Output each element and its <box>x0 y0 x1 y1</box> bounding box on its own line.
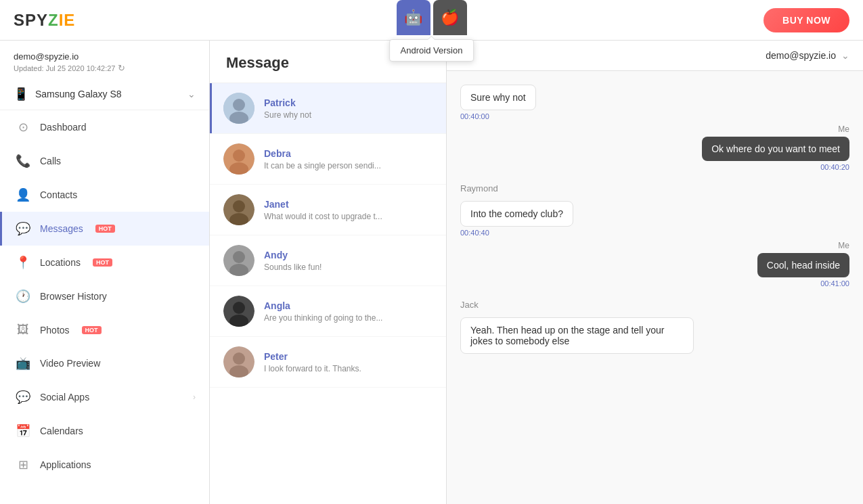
conversation-preview: It can be a single person sendi... <box>264 161 433 170</box>
browser-history-icon: 🕐 <box>16 289 30 304</box>
conversation-name: Peter <box>264 351 433 362</box>
android-icon: 🤖 <box>404 9 422 26</box>
android-tab[interactable]: 🤖 <box>397 0 430 35</box>
sidebar-item-browser-history[interactable]: 🕐 Browser History <box>0 279 209 313</box>
chat-header-email: demo@spyzie.io <box>766 50 836 61</box>
photos-icon: 🖼 <box>16 323 30 337</box>
sidebar-item-video-preview[interactable]: 📺 Video Preview <box>0 346 209 380</box>
device-name: 📱 Samsung Galaxy S8 <box>14 87 122 101</box>
conversation-name: Patrick <box>264 97 433 108</box>
social-apps-icon: 💬 <box>16 390 30 405</box>
locations-icon: 📍 <box>16 255 30 270</box>
sidebar-item-label: Messages <box>40 223 83 234</box>
device-selector[interactable]: 📱 Samsung Galaxy S8 ⌄ <box>0 78 209 110</box>
message-bubble: Cool, head inside <box>757 253 849 277</box>
sidebar-item-social-apps[interactable]: 💬 Social Apps › <box>0 380 209 414</box>
sidebar-item-calendars[interactable]: 📅 Calendars <box>0 414 209 448</box>
svg-point-1 <box>233 99 245 111</box>
conversation-info: Angla Are you thinking of going to the..… <box>264 300 433 323</box>
buy-now-button[interactable]: BUY NOW <box>764 8 849 32</box>
content-area: Message Patrick Sure why not <box>210 41 863 504</box>
avatar <box>223 93 255 124</box>
sidebar-item-label: Browser History <box>40 291 107 302</box>
sidebar-item-label: Contacts <box>40 189 77 200</box>
sidebar-item-label: Calendars <box>40 426 83 436</box>
chat-header-chevron-icon[interactable]: ⌄ <box>841 50 849 61</box>
avatar <box>223 296 255 327</box>
messages-icon: 💬 <box>16 221 30 236</box>
header: SPYZIE 🤖 🍎 Android Version BUY NOW <box>0 0 863 41</box>
logo-spy: SPY <box>14 11 48 29</box>
message-panel: Message Patrick Sure why not <box>210 41 447 504</box>
message-row: Sure why not 00:40:00 <box>460 85 849 120</box>
message-row: Me Cool, head inside 00:41:00 <box>460 241 849 288</box>
svg-point-4 <box>233 150 245 162</box>
apple-icon: 🍎 <box>441 9 459 26</box>
message-row: Me Ok where do you want to meet 00:40:20 <box>460 124 849 171</box>
sidebar-item-locations[interactable]: 📍 Locations HOT <box>0 246 209 279</box>
refresh-icon[interactable]: ↻ <box>118 63 125 73</box>
sidebar-update: Updated: Jul 25 2020 10:42:27 ↻ <box>14 63 196 73</box>
avatar <box>223 245 255 276</box>
hot-badge: HOT <box>93 258 112 267</box>
main-layout: demo@spyzie.io Updated: Jul 25 2020 10:4… <box>0 41 863 504</box>
message-time: 00:41:00 <box>820 279 849 288</box>
message-bubble: Sure why not <box>460 85 536 110</box>
sidebar-item-label: Social Apps <box>40 392 89 403</box>
sidebar-nav: ⊙ Dashboard 📞 Calls 👤 Contacts 💬 Message… <box>0 110 209 482</box>
message-bubble: Ok where do you want to meet <box>702 137 849 161</box>
logo: SPYZIE <box>14 11 75 30</box>
conversation-list: Patrick Sure why not Debra <box>210 83 446 504</box>
list-item[interactable]: Janet What would it cost to upgrade t... <box>210 185 446 235</box>
list-item[interactable]: Patrick Sure why not <box>210 83 446 134</box>
sidebar-item-label: Calls <box>40 156 61 166</box>
chat-panel: demo@spyzie.io ⌄ Sure why not 00:40:00 M… <box>447 41 863 504</box>
conversation-name: Angla <box>264 300 433 311</box>
svg-point-16 <box>233 352 245 365</box>
conversation-info: Andy Sounds like fun! <box>264 250 433 272</box>
device-chevron-icon: ⌄ <box>187 89 196 99</box>
conversation-preview: What would it cost to upgrade t... <box>264 212 433 221</box>
list-item[interactable]: Debra It can be a single person sendi... <box>210 134 446 185</box>
sidebar-user-email: demo@spyzie.io <box>14 51 196 62</box>
sidebar: demo@spyzie.io Updated: Jul 25 2020 10:4… <box>0 41 210 504</box>
android-tooltip: Android Version <box>389 39 474 62</box>
message-row: Yeah. Then head up on the stage and tell… <box>460 317 849 354</box>
message-time: 00:40:40 <box>460 229 489 237</box>
social-apps-chevron-icon: › <box>193 392 196 402</box>
apple-tab[interactable]: 🍎 <box>433 0 467 35</box>
applications-icon: ⊞ <box>16 457 30 472</box>
svg-point-13 <box>233 302 245 314</box>
sidebar-item-photos[interactable]: 🖼 Photos HOT <box>0 313 209 346</box>
message-time: 00:40:00 <box>460 112 489 120</box>
list-item[interactable]: Angla Are you thinking of going to the..… <box>210 286 446 337</box>
svg-point-7 <box>233 200 245 212</box>
list-item[interactable]: Peter I look forward to it. Thanks. <box>210 337 446 388</box>
conversation-preview: Sounds like fun! <box>264 262 433 272</box>
sidebar-item-calls[interactable]: 📞 Calls <box>0 144 209 178</box>
sidebar-item-label: Dashboard <box>40 122 87 133</box>
sidebar-item-messages[interactable]: 💬 Messages HOT <box>0 212 209 246</box>
message-bubble: Yeah. Then head up on the stage and tell… <box>460 317 694 354</box>
sender-label: Raymond <box>460 182 849 194</box>
sidebar-item-label: Locations <box>40 257 81 268</box>
conversation-preview: Sure why not <box>264 110 433 120</box>
conversation-preview: Are you thinking of going to the... <box>264 313 433 323</box>
logo-ie: IE <box>59 11 76 29</box>
calendars-icon: 📅 <box>16 423 30 438</box>
conversation-name: Janet <box>264 199 433 210</box>
conversation-info: Debra It can be a single person sendi... <box>264 148 433 170</box>
sender-label: Jack <box>460 298 849 311</box>
list-item[interactable]: Andy Sounds like fun! <box>210 235 446 286</box>
dashboard-icon: ⊙ <box>16 120 30 135</box>
device-icon: 📱 <box>14 87 28 101</box>
message-row: Into the comedy club? 00:40:40 <box>460 201 849 237</box>
conversation-info: Patrick Sure why not <box>264 97 433 120</box>
message-sender: Me <box>838 241 849 250</box>
sidebar-item-label: Video Preview <box>40 358 100 369</box>
sidebar-item-contacts[interactable]: 👤 Contacts <box>0 178 209 212</box>
sidebar-item-dashboard[interactable]: ⊙ Dashboard <box>0 110 209 144</box>
conversation-info: Peter I look forward to it. Thanks. <box>264 351 433 373</box>
sidebar-item-applications[interactable]: ⊞ Applications <box>0 448 209 482</box>
message-bubble: Into the comedy club? <box>460 201 573 227</box>
